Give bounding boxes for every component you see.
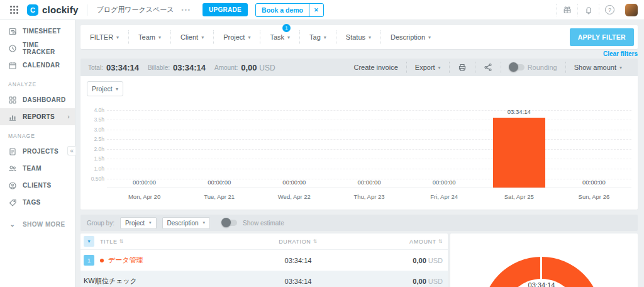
x-axis-category-label: Thu, Apr 23: [331, 193, 406, 200]
group-by-first-dropdown[interactable]: Project▾: [120, 217, 157, 229]
bar-value-label: 00:00:00: [257, 179, 331, 186]
sidebar-collapse-icon[interactable]: «: [67, 146, 75, 155]
caret-down-icon: ▾: [428, 35, 431, 40]
filter-dropdown-project[interactable]: Project▾: [214, 30, 260, 44]
filter-dropdown-filter[interactable]: FILTER▾: [80, 30, 129, 44]
duration-cell: 03:34:14: [235, 257, 361, 264]
filter-dropdown-client[interactable]: Client▾: [171, 30, 214, 44]
column-header-amount[interactable]: AMOUNT⇅: [361, 239, 443, 245]
sidebar-item-projects[interactable]: PROJECTS: [0, 143, 75, 160]
notifications-bell-icon[interactable]: [577, 4, 599, 16]
share-icon: [484, 63, 492, 72]
sidebar-item-label: TAGS: [23, 199, 41, 206]
donut-center-label: 03:34:14: [504, 281, 579, 287]
rounding-toggle[interactable]: Rounding: [501, 62, 565, 73]
bar-value-label: 00:00:00: [331, 179, 406, 186]
caret-down-icon: ▾: [201, 35, 204, 40]
upgrade-button[interactable]: UPGRADE: [203, 3, 248, 16]
duration-cell: 03:34:14: [235, 278, 361, 285]
user-avatar[interactable]: [625, 4, 638, 16]
book-demo-button[interactable]: Book a demo ✕: [255, 3, 323, 17]
sidebar-item-label: REPORTS: [23, 113, 55, 120]
clockify-logo[interactable]: C clockify: [27, 4, 78, 16]
sidebar-item-calendar[interactable]: CALENDAR: [0, 57, 75, 74]
chart-group-dropdown[interactable]: Project ▾: [87, 81, 123, 96]
export-dropdown[interactable]: Export▾: [406, 62, 449, 73]
sidebar-item-label: CALENDAR: [23, 62, 60, 69]
clear-filters-link[interactable]: Clear filters: [603, 50, 638, 57]
show-estimate-toggle[interactable]: [222, 220, 237, 226]
show-amount-dropdown[interactable]: Show amount▾: [565, 62, 630, 73]
sidebar: TIMESHEET TIME TRACKER CALENDAR ANALYZE …: [0, 20, 75, 287]
sidebar-item-dashboard[interactable]: DASHBOARD: [0, 91, 75, 108]
bar-value-label: 00:00:00: [107, 179, 182, 186]
sidebar-section-manage: MANAGE: [0, 125, 75, 143]
create-invoice-button[interactable]: Create invoice: [345, 62, 406, 73]
filter-dropdown-tag[interactable]: Tag▾: [300, 30, 336, 44]
group-by-bar: Group by: Project▾ Description▾ Show est…: [80, 215, 638, 231]
gift-icon[interactable]: [556, 4, 577, 16]
description-title-cell[interactable]: KW順位チェック: [84, 276, 235, 286]
share-button[interactable]: [475, 62, 501, 73]
row-count-badge: 1: [84, 255, 94, 266]
amount-currency: USD: [259, 64, 275, 72]
sidebar-item-timesheet[interactable]: TIMESHEET: [0, 23, 75, 40]
x-axis-category-label: Fri, Apr 24: [407, 193, 482, 200]
sort-icon: ⇅: [438, 239, 443, 244]
help-icon[interactable]: ?: [599, 4, 620, 16]
projects-icon: [8, 147, 17, 156]
workspace-name[interactable]: ブログ用ワークスペース: [96, 5, 174, 14]
workspace-menu-icon[interactable]: •••: [182, 7, 191, 13]
sidebar-item-reports[interactable]: REPORTS ›: [0, 108, 75, 125]
caret-down-icon: ▾: [287, 35, 290, 40]
bar-slot: 00:00:00: [182, 105, 257, 188]
caret-down-icon: ▾: [203, 220, 206, 225]
filter-bar: FILTER▾ Team▾ Client▾ Project▾ Task▾ 1 T…: [80, 25, 638, 49]
bar-value-label: 03:34:14: [482, 108, 557, 115]
total-value: 03:34:14: [106, 63, 139, 72]
filter-dropdown-status[interactable]: Status▾: [336, 30, 381, 44]
team-icon: [8, 164, 17, 173]
apps-grid-icon[interactable]: [10, 6, 18, 14]
bar-value-label: 00:00:00: [557, 179, 631, 186]
table-row[interactable]: 1 データ管理 03:34:14 0,00USD: [80, 250, 448, 271]
x-axis-category-label: Mon, Apr 20: [107, 193, 182, 200]
project-title-cell[interactable]: データ管理: [100, 256, 235, 265]
sidebar-item-label: TEAM: [23, 165, 42, 172]
sidebar-item-tags[interactable]: TAGS: [0, 194, 75, 211]
column-header-duration[interactable]: DURATION⇅: [235, 239, 361, 245]
tag-icon: [8, 198, 17, 207]
bar-value-label: 00:00:00: [182, 179, 257, 186]
timesheet-icon: [8, 27, 17, 36]
filter-dropdown-description[interactable]: Description▾: [381, 30, 440, 44]
sidebar-item-label: TIME TRACKER: [23, 42, 70, 55]
group-by-second-dropdown[interactable]: Description▾: [162, 217, 211, 229]
apply-filter-button[interactable]: APPLY FILTER: [570, 28, 634, 46]
sidebar-item-show-more[interactable]: ⌄ SHOW MORE: [0, 216, 75, 233]
sidebar-item-team[interactable]: TEAM: [0, 160, 75, 177]
print-icon: [458, 63, 467, 72]
book-demo-label[interactable]: Book a demo: [256, 4, 309, 16]
clients-icon: [8, 181, 17, 190]
sort-icon: ⇅: [119, 239, 124, 244]
print-button[interactable]: [449, 62, 475, 73]
filter-dropdown-team[interactable]: Team▾: [129, 30, 171, 44]
caret-down-icon: ▾: [248, 35, 250, 40]
caret-down-icon: ▾: [116, 86, 118, 92]
select-all-dropdown-icon[interactable]: ▾: [84, 236, 94, 247]
bar-slot: 00:00:00: [407, 105, 482, 188]
dashboard-icon: [8, 96, 17, 104]
bar[interactable]: [493, 118, 545, 188]
filter-dropdown-task[interactable]: Task▾ 1: [260, 30, 300, 44]
billable-value: 03:34:14: [173, 63, 206, 72]
chevron-right-icon: ›: [67, 113, 70, 120]
table-row[interactable]: KW順位チェック 03:34:14 0,00USD: [80, 271, 448, 287]
toggle-off-icon[interactable]: [509, 64, 525, 70]
chevron-down-icon: ⌄: [8, 220, 17, 229]
book-demo-close-icon[interactable]: ✕: [309, 4, 323, 16]
clockify-logo-text: clockify: [42, 4, 78, 15]
column-header-title[interactable]: TITLE⇅: [100, 239, 235, 245]
sidebar-item-clients[interactable]: CLIENTS: [0, 177, 75, 194]
y-axis-tick-label: 3.5h: [94, 116, 104, 123]
sidebar-item-time-tracker[interactable]: TIME TRACKER: [0, 40, 75, 57]
